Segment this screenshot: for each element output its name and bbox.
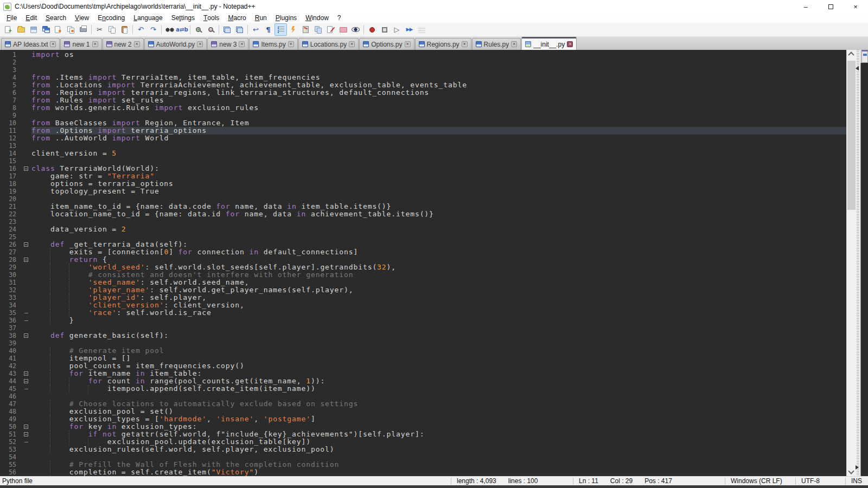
fold-margin[interactable] — [23, 112, 31, 119]
code-line-55[interactable]: 55 # Prefill the Wall of Flesh with the … — [0, 461, 846, 468]
close-button[interactable]: × — [843, 0, 868, 13]
tab-close-icon[interactable]: × — [567, 41, 573, 47]
function-list-icon[interactable] — [287, 23, 299, 36]
code-line-2[interactable]: 2 — [0, 59, 846, 66]
code-line-7[interactable]: 7from .Rules import set_rules — [0, 97, 846, 104]
code-line-43[interactable]: 43 for item_name in item_table: — [0, 370, 846, 377]
code-editor[interactable]: 1import os234from .Items import Terraria… — [0, 50, 846, 476]
fold-margin[interactable] — [23, 104, 31, 112]
tab-close-icon[interactable]: × — [349, 41, 355, 47]
fold-margin[interactable] — [23, 165, 31, 172]
fold-margin[interactable] — [23, 89, 31, 97]
fold-collapse-icon[interactable] — [24, 425, 28, 429]
fold-margin[interactable] — [23, 264, 31, 271]
code-line-42[interactable]: 42 pool_counts = item_frequencies.copy() — [0, 362, 846, 370]
fold-margin[interactable] — [23, 355, 31, 362]
view-splitter[interactable] — [856, 50, 860, 476]
copy-icon[interactable] — [106, 23, 118, 36]
code-line-14[interactable]: 14client_version = 5 — [0, 150, 846, 157]
macro-run-multiple-icon[interactable]: ▶▶ — [403, 23, 416, 36]
scrollbar-thumb[interactable] — [847, 61, 856, 210]
document-list-icon[interactable] — [312, 23, 324, 36]
fold-margin[interactable] — [23, 210, 31, 218]
open-folder-icon[interactable] — [15, 23, 27, 36]
fold-margin[interactable] — [23, 51, 31, 59]
menu-view[interactable]: View — [71, 13, 93, 23]
code-line-10[interactable]: 10from BaseClasses import Region, Entran… — [0, 119, 846, 127]
fold-margin[interactable] — [23, 150, 31, 157]
status-encoding[interactable]: UTF-8 — [795, 478, 845, 485]
folder-as-workspace-icon[interactable] — [337, 23, 349, 36]
code-line-30[interactable]: 30 # consistent and doesn't interfere wi… — [0, 271, 846, 279]
tab-close-icon[interactable]: × — [197, 41, 203, 47]
code-line-54[interactable]: 54 — [0, 453, 846, 461]
code-line-11[interactable]: 11from .Options import terraria_options — [0, 127, 846, 134]
tab-close-icon[interactable]: × — [134, 41, 140, 47]
code-line-24[interactable]: 24 data_version = 2 — [0, 226, 846, 233]
cut-icon[interactable]: ✂ — [93, 23, 106, 36]
tab-close-icon[interactable]: × — [92, 41, 98, 47]
fold-margin[interactable] — [23, 127, 31, 134]
restore-button[interactable] — [818, 0, 843, 13]
fold-margin[interactable] — [23, 142, 31, 150]
fold-margin[interactable] — [23, 408, 31, 415]
tab-new-3[interactable]: new 3× — [207, 38, 248, 50]
save-session-icon[interactable] — [324, 23, 337, 36]
fold-margin[interactable] — [23, 324, 31, 332]
status-eol-format[interactable]: Windows (CR LF) — [725, 478, 795, 485]
tab-close-icon[interactable]: × — [511, 41, 517, 47]
code-line-41[interactable]: 41 itempool = [] — [0, 355, 846, 362]
close-icon[interactable]: ● — [52, 23, 65, 36]
fold-margin[interactable] — [23, 362, 31, 370]
fold-margin[interactable] — [23, 286, 31, 294]
fold-collapse-icon[interactable] — [24, 258, 28, 262]
menu-settings[interactable]: Settings — [167, 13, 199, 23]
sync-vertical-icon[interactable] — [221, 23, 233, 36]
second-view-tab[interactable] — [861, 50, 868, 63]
fold-margin[interactable] — [23, 188, 31, 195]
code-line-9[interactable]: 9 — [0, 112, 846, 119]
fold-margin[interactable] — [23, 385, 31, 393]
tab-new-2[interactable]: new 2× — [103, 38, 144, 50]
fold-margin[interactable] — [23, 256, 31, 264]
tab-close-icon[interactable]: × — [239, 41, 245, 47]
monitoring-icon[interactable] — [349, 23, 362, 36]
tab-regions-py[interactable]: Regions.py× — [415, 38, 471, 50]
tab-close-icon[interactable]: × — [50, 41, 56, 47]
tab-locations-py[interactable]: Locations.py× — [298, 38, 359, 50]
second-view-editor[interactable] — [860, 63, 868, 476]
close-all-icon[interactable]: ● — [65, 23, 77, 36]
code-line-16[interactable]: 16class TerrariaWorld(World): — [0, 165, 846, 172]
tab-options-py[interactable]: Options.py× — [359, 38, 414, 50]
scroll-up-arrow-icon[interactable] — [848, 52, 854, 57]
fold-margin[interactable] — [23, 377, 31, 385]
tab-autoworld-py[interactable]: AutoWorld.py× — [144, 38, 207, 50]
fold-margin[interactable] — [23, 119, 31, 127]
code-line-38[interactable]: 38 def generate_basic(self): — [0, 332, 846, 339]
tab-new-1[interactable]: new 1× — [60, 38, 101, 50]
menu-language[interactable]: Language — [129, 13, 167, 23]
fold-collapse-icon[interactable] — [24, 432, 28, 436]
menu-plugins[interactable]: Plugins — [271, 13, 301, 23]
fold-margin[interactable] — [23, 339, 31, 347]
fold-margin[interactable] — [23, 415, 31, 423]
code-line-29[interactable]: 29 'world_seed': self.world.slot_seeds[s… — [0, 264, 846, 271]
fold-margin[interactable] — [23, 400, 31, 408]
code-line-12[interactable]: 12from ..AutoWorld import World — [0, 134, 846, 142]
sync-horizontal-icon[interactable] — [233, 23, 246, 36]
fold-margin[interactable] — [23, 423, 31, 431]
vertical-scrollbar[interactable] — [846, 50, 856, 476]
print-icon[interactable] — [77, 23, 90, 36]
document-map-icon[interactable] — [299, 23, 312, 36]
fold-margin[interactable] — [23, 233, 31, 241]
fold-margin[interactable] — [23, 461, 31, 468]
code-line-17[interactable]: 17 game: str = "Terraria" — [0, 172, 846, 180]
code-line-8[interactable]: 8from worlds.generic.Rules import exclus… — [0, 104, 846, 112]
fold-collapse-icon[interactable] — [24, 379, 28, 383]
redo-icon[interactable]: ↷ — [147, 23, 159, 36]
fold-margin[interactable] — [23, 370, 31, 377]
find-icon[interactable] — [163, 23, 176, 36]
code-line-1[interactable]: 1import os — [0, 51, 846, 59]
code-line-25[interactable]: 25 — [0, 233, 846, 241]
status-insert-mode[interactable]: INS — [845, 478, 868, 485]
